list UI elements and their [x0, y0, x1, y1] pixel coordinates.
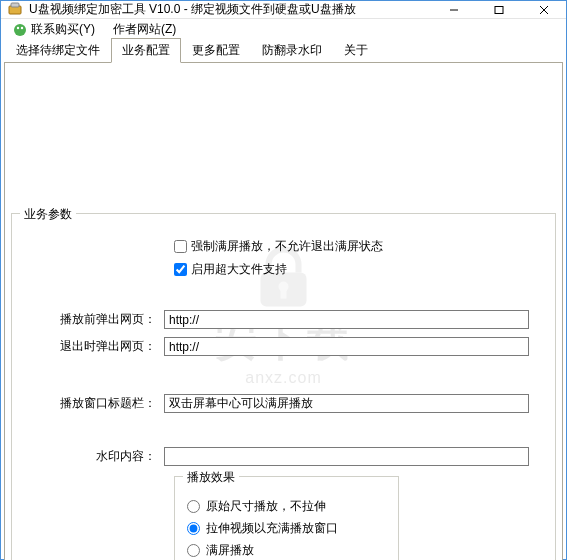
pre-url-label: 播放前弹出网页： [24, 311, 164, 328]
effect-fullscreen-label: 满屏播放 [206, 542, 254, 559]
play-effect-group: 播放效果 原始尺寸播放，不拉伸 拉伸视频以充满播放窗口 满屏播放 [174, 476, 399, 560]
group-title: 业务参数 [20, 206, 76, 223]
svg-point-7 [17, 26, 19, 28]
tab-more-config[interactable]: 更多配置 [181, 38, 251, 62]
pre-url-input[interactable] [164, 310, 529, 329]
exit-url-input[interactable] [164, 337, 529, 356]
watermark-label: 水印内容： [24, 448, 164, 465]
menu-contact[interactable]: 联系购买(Y) [5, 19, 103, 40]
menubar: 联系购买(Y) 作者网站(Z) [1, 19, 566, 40]
minimize-button[interactable] [431, 1, 476, 18]
effect-stretch-radio[interactable] [187, 522, 200, 535]
window-controls [431, 1, 566, 18]
tab-panel: 安下载 anxz.com 业务参数 强制满屏播放，不允许退出满屏状态 启用超大文… [4, 62, 563, 560]
play-effect-title: 播放效果 [183, 469, 239, 486]
app-window: U盘视频绑定加密工具 V10.0 - 绑定视频文件到硬盘或U盘播放 联系购买(Y… [0, 0, 567, 560]
svg-rect-3 [495, 6, 503, 13]
tab-anti-record[interactable]: 防翻录水印 [251, 38, 333, 62]
window-title-label: 播放窗口标题栏： [24, 395, 164, 412]
tabbar: 选择待绑定文件 业务配置 更多配置 防翻录水印 关于 [1, 40, 566, 62]
tab-about[interactable]: 关于 [333, 38, 379, 62]
business-params-group: 业务参数 强制满屏播放，不允许退出满屏状态 启用超大文件支持 播放前弹出网页： … [11, 213, 556, 560]
effect-stretch-label: 拉伸视频以充满播放窗口 [206, 520, 338, 537]
contact-icon [13, 23, 27, 37]
app-icon [7, 2, 23, 18]
svg-point-8 [21, 26, 23, 28]
large-file-checkbox[interactable] [174, 263, 187, 276]
titlebar: U盘视频绑定加密工具 V10.0 - 绑定视频文件到硬盘或U盘播放 [1, 1, 566, 19]
svg-point-6 [14, 24, 26, 36]
watermark-input[interactable] [164, 447, 529, 466]
tab-business-config[interactable]: 业务配置 [111, 38, 181, 63]
menu-contact-label: 联系购买(Y) [31, 21, 95, 38]
effect-fullscreen-radio[interactable] [187, 544, 200, 557]
effect-original-label: 原始尺寸播放，不拉伸 [206, 498, 326, 515]
exit-url-label: 退出时弹出网页： [24, 338, 164, 355]
maximize-button[interactable] [476, 1, 521, 18]
menu-website[interactable]: 作者网站(Z) [105, 19, 184, 40]
window-title: U盘视频绑定加密工具 V10.0 - 绑定视频文件到硬盘或U盘播放 [29, 1, 431, 18]
effect-original-radio[interactable] [187, 500, 200, 513]
window-title-input[interactable] [164, 394, 529, 413]
menu-website-label: 作者网站(Z) [113, 21, 176, 38]
tab-select-files[interactable]: 选择待绑定文件 [5, 38, 111, 62]
force-fullscreen-checkbox[interactable] [174, 240, 187, 253]
close-button[interactable] [521, 1, 566, 18]
svg-rect-1 [11, 3, 19, 7]
large-file-label: 启用超大文件支持 [191, 261, 287, 278]
force-fullscreen-label: 强制满屏播放，不允许退出满屏状态 [191, 238, 383, 255]
